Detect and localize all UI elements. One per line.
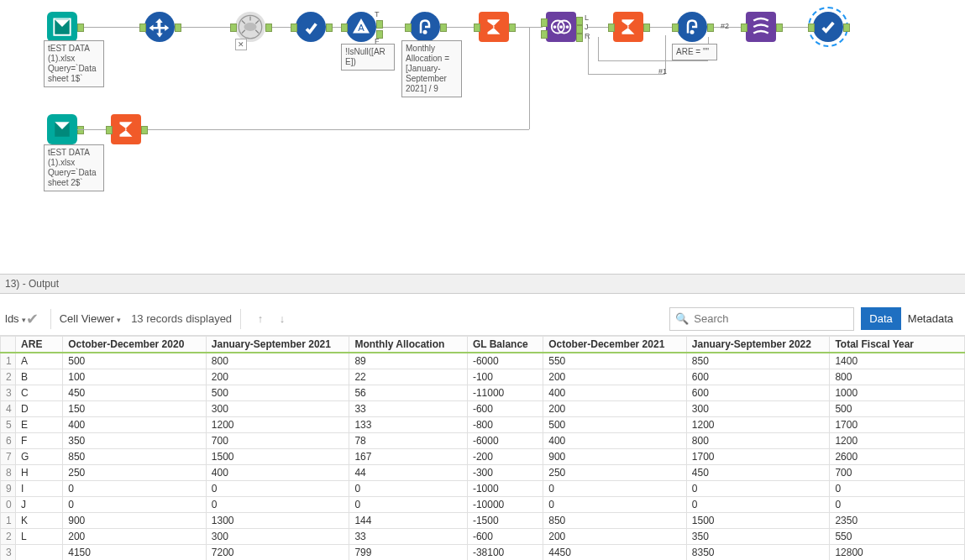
summarize-tool-1[interactable] [479,12,509,42]
table-cell[interactable]: 1200 [686,417,830,433]
table-cell[interactable]: 700 [206,433,349,449]
table-cell[interactable]: 200 [63,529,207,545]
table-cell[interactable]: 89 [349,353,467,369]
table-cell[interactable]: 2350 [830,513,965,529]
table-cell[interactable]: 300 [206,529,349,545]
table-cell[interactable]: -800 [467,417,543,433]
workflow-canvas[interactable]: tEST DATA (1).xlsx Query=`Data sheet 1$`… [0,0,965,269]
formula-tool-2[interactable] [677,12,707,42]
cell-viewer-dropdown[interactable]: Cell Viewer▾ [60,312,122,325]
table-cell[interactable]: 4450 [543,545,687,561]
table-cell[interactable]: 600 [686,385,830,401]
table-cell[interactable]: 3 [1,545,16,561]
column-header[interactable]: October-December 2020 [63,337,207,353]
formula-tool-1[interactable] [410,12,440,42]
select-tool[interactable] [144,12,175,42]
table-cell[interactable] [16,545,63,561]
table-cell[interactable]: 1700 [686,449,830,465]
table-cell[interactable]: C [16,385,63,401]
table-cell[interactable]: G [16,449,63,465]
table-cell[interactable]: 600 [686,369,830,385]
fields-dropdown[interactable]: lds▾ [5,312,26,325]
table-cell[interactable]: 250 [543,465,687,481]
table-cell[interactable]: 0 [206,481,349,497]
table-cell[interactable]: 900 [63,513,207,529]
table-cell[interactable]: 1400 [830,353,965,369]
table-cell[interactable]: 12800 [830,545,965,561]
nav-down-button[interactable]: ↓ [273,310,291,328]
column-header[interactable]: GL Balance [467,337,543,353]
search-input[interactable] [694,312,845,325]
table-cell[interactable]: 1500 [686,513,830,529]
table-cell[interactable]: 78 [349,433,467,449]
table-cell[interactable]: L [16,529,63,545]
table-cell[interactable]: -6000 [467,433,543,449]
table-cell[interactable]: 0 [686,497,830,513]
table-row[interactable]: 7G8501500167-20090017002600 [1,449,965,465]
table-cell[interactable]: 350 [63,433,207,449]
table-cell[interactable]: 350 [686,529,830,545]
table-cell[interactable]: 400 [63,417,207,433]
column-header[interactable]: Monthly Allocation [349,337,467,353]
table-cell[interactable]: 133 [349,417,467,433]
table-cell[interactable]: 550 [830,529,965,545]
table-cell[interactable]: 0 [349,497,467,513]
table-cell[interactable]: 4 [1,401,16,417]
table-cell[interactable]: -200 [467,449,543,465]
table-cell[interactable]: 800 [206,353,349,369]
column-header[interactable] [1,337,16,353]
browse-tool[interactable] [813,12,843,42]
table-cell[interactable]: 450 [63,385,207,401]
table-cell[interactable]: 700 [830,465,965,481]
table-cell[interactable]: 300 [686,401,830,417]
join-tool[interactable] [546,12,576,42]
table-cell[interactable]: -1000 [467,481,543,497]
table-cell[interactable]: -38100 [467,545,543,561]
table-row[interactable]: 0J000-10000000 [1,497,965,513]
metadata-tab-button[interactable]: Metadata [901,307,960,330]
table-cell[interactable]: 400 [543,385,687,401]
table-cell[interactable]: -11000 [467,385,543,401]
table-cell[interactable]: 8350 [686,545,830,561]
table-row[interactable]: 5E4001200133-80050012001700 [1,417,965,433]
table-cell[interactable]: 167 [349,449,467,465]
table-row[interactable]: 6F35070078-60004008001200 [1,433,965,449]
table-row[interactable]: 2L20030033-600200350550 [1,529,965,545]
table-cell[interactable]: 1 [1,353,16,369]
table-cell[interactable]: J [16,497,63,513]
table-row[interactable]: 8H25040044-300250450700 [1,465,965,481]
table-cell[interactable]: 44 [349,465,467,481]
input-data-tool-2[interactable] [47,114,77,144]
table-cell[interactable]: 400 [206,465,349,481]
table-cell[interactable]: B [16,369,63,385]
table-cell[interactable]: 200 [543,369,687,385]
table-cell[interactable]: I [16,481,63,497]
table-cell[interactable]: 200 [206,369,349,385]
column-header[interactable]: October-December 2021 [543,337,687,353]
table-cell[interactable]: 850 [686,353,830,369]
column-header[interactable]: January-September 2022 [686,337,830,353]
table-cell[interactable]: 500 [63,353,207,369]
table-cell[interactable]: 6 [1,433,16,449]
table-cell[interactable]: -600 [467,401,543,417]
table-cell[interactable]: -10000 [467,497,543,513]
table-cell[interactable]: 799 [349,545,467,561]
data-tab-button[interactable]: Data [861,307,900,330]
table-cell[interactable]: 850 [543,513,687,529]
table-cell[interactable]: 33 [349,401,467,417]
table-cell[interactable]: 100 [63,369,207,385]
table-cell[interactable]: H [16,465,63,481]
table-cell[interactable]: F [16,433,63,449]
apply-check-icon[interactable]: ✔ [26,310,39,328]
table-cell[interactable]: 0 [349,481,467,497]
table-cell[interactable]: -100 [467,369,543,385]
table-cell[interactable]: 500 [830,401,965,417]
table-cell[interactable]: 300 [206,401,349,417]
nav-up-button[interactable]: ↑ [251,310,270,328]
table-cell[interactable]: 0 [543,481,687,497]
table-row[interactable]: 4D15030033-600200300500 [1,401,965,417]
table-cell[interactable]: 7200 [206,545,349,561]
table-row[interactable]: 3C45050056-110004006001000 [1,385,965,401]
table-cell[interactable]: 2 [1,369,16,385]
search-box[interactable]: 🔍 [669,307,854,331]
